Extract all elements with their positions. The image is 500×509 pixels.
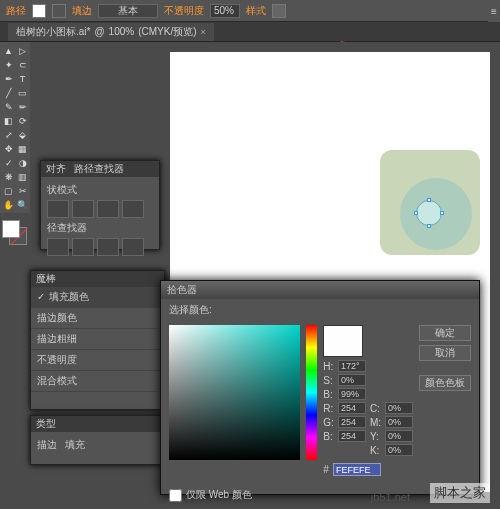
opacity-label: 不透明度 [164,4,204,18]
picker-title-text: 拾色器 [167,283,197,297]
b-input[interactable] [338,388,366,400]
web-only-checkbox[interactable] [169,489,182,502]
line-tool[interactable]: ╱ [2,86,15,99]
pathfinder-header[interactable]: 对齐 路径查找器 [41,161,159,177]
blend-tool[interactable]: ◑ [16,156,29,169]
k-input[interactable] [385,444,413,456]
zoom-tool[interactable]: 🔍 [16,198,29,211]
stroke-swatch[interactable] [52,4,66,18]
pen-tool[interactable]: ✒ [2,72,15,85]
graph-tool[interactable]: ▥ [16,170,29,183]
artboard-tool[interactable]: ▢ [2,184,15,197]
style-label: 样式 [246,4,266,18]
eyedropper-tool[interactable]: ✓ [2,156,15,169]
minus-front-button[interactable] [72,200,94,218]
blend-mode-label: 混合模式 [37,375,77,386]
color-fields: H: S: B: R: C: G: M: B: Y: K: [323,360,413,456]
hand-tool[interactable]: ✋ [2,198,15,211]
free-tool[interactable]: ✥ [2,142,15,155]
m-label: M: [370,417,381,428]
color-picker-dialog: 拾色器 选择颜色: H: S: B: R: C: G: M: B: Y: K: [160,280,480,495]
type-tool[interactable]: T [16,72,29,85]
art-small-circle-selected[interactable] [416,200,442,226]
document-tab[interactable]: 植树的小图标.ai* @ 100% (CMYK/预览) × [8,23,214,41]
fill-label: 填边 [72,4,92,18]
stroke-weight-option[interactable]: 描边粗细 [31,329,164,350]
scale-tool[interactable]: ⤢ [2,128,15,141]
rotate-tool[interactable]: ⟳ [16,114,29,127]
close-icon[interactable]: × [201,27,206,37]
cancel-button[interactable]: 取消 [419,345,471,361]
picker-titlebar[interactable]: 拾色器 [161,281,479,299]
magic-wand-panel: 魔棒 ✓填充颜色 描边颜色 描边粗细 不透明度 混合模式 [30,270,165,410]
g-input[interactable] [338,416,366,428]
k-label: K: [370,445,381,456]
hue-slider[interactable] [306,325,318,460]
fill-swatch[interactable] [32,4,46,18]
divide-button[interactable] [47,238,69,256]
r-label: R: [323,403,334,414]
selection-tool[interactable]: ▲ [2,44,15,57]
style-swatch[interactable] [272,4,286,18]
trim-button[interactable] [72,238,94,256]
intersect-button[interactable] [97,200,119,218]
h-label: H: [323,361,334,372]
brush-tool[interactable]: ✎ [2,100,15,113]
select-color-label: 选择颜色: [169,304,212,315]
unite-button[interactable] [47,200,69,218]
anchor-left[interactable] [414,211,418,215]
stroke-color-option[interactable]: 描边颜色 [31,308,164,329]
stroke-style-value: 基本 [118,4,138,18]
warp-tool[interactable]: ⬙ [16,128,29,141]
wand-tool[interactable]: ✦ [2,58,15,71]
lasso-tool[interactable]: ⊂ [16,58,29,71]
ok-button[interactable]: 确定 [419,325,471,341]
type-panel: 类型 描边 填充 [30,415,165,465]
pathfinder-tab[interactable]: 路径查找器 [74,162,124,176]
r-input[interactable] [338,402,366,414]
symbol-tool[interactable]: ❋ [2,170,15,183]
s-label: S: [323,375,334,386]
m-input[interactable] [385,416,413,428]
merge-button[interactable] [97,238,119,256]
opacity-input[interactable]: 50% [210,4,240,18]
toolbox: ▲ ▷ ✦ ⊂ ✒ T ╱ ▭ ✎ ✏ ◧ ⟳ ⤢ ⬙ ✥ ▦ ✓ ◑ ❋ ▥ … [0,42,30,213]
slice-tool[interactable]: ✂ [16,184,29,197]
fill-stroke-indicator[interactable] [2,220,28,246]
dock-icon[interactable]: ≡ [488,0,500,22]
blend-mode-option[interactable]: 混合模式 [31,371,164,392]
tab-zoom: 100% [109,26,135,37]
y-input[interactable] [385,430,413,442]
opacity-value: 50% [214,5,234,16]
color-preview [323,325,363,357]
shape-modes-label: 状模式 [47,183,153,197]
opacity-opt-label: 不透明度 [37,354,77,365]
saturation-value-field[interactable] [169,325,300,460]
opacity-option[interactable]: 不透明度 [31,350,164,371]
exclude-button[interactable] [122,200,144,218]
path-label: 路径 [6,4,26,18]
fill-color-box[interactable] [2,220,20,238]
fill-color-option[interactable]: ✓填充颜色 [31,287,164,308]
bl-input[interactable] [338,430,366,442]
c-input[interactable] [385,402,413,414]
hex-input[interactable] [333,463,381,476]
anchor-top[interactable] [427,198,431,202]
eraser-tool[interactable]: ◧ [2,114,15,127]
align-tab[interactable]: 对齐 [46,162,66,176]
pathfinders-label: 径查找器 [47,221,153,235]
anchor-bottom[interactable] [427,224,431,228]
tab-bar: 植树的小图标.ai* @ 100% (CMYK/预览) × [0,22,500,42]
swatches-button[interactable]: 颜色色板 [419,375,471,391]
direct-select-tool[interactable]: ▷ [16,44,29,57]
pencil-tool[interactable]: ✏ [16,100,29,113]
stroke-style-dropdown[interactable]: 基本 [98,4,158,18]
anchor-right[interactable] [440,211,444,215]
gradient-tool[interactable]: ▦ [16,142,29,155]
rect-tool[interactable]: ▭ [16,86,29,99]
crop-button[interactable] [122,238,144,256]
s-input[interactable] [338,374,366,386]
wand-tab[interactable]: 魔棒 [36,272,56,286]
h-input[interactable] [338,360,366,372]
b-label: B: [323,389,334,400]
